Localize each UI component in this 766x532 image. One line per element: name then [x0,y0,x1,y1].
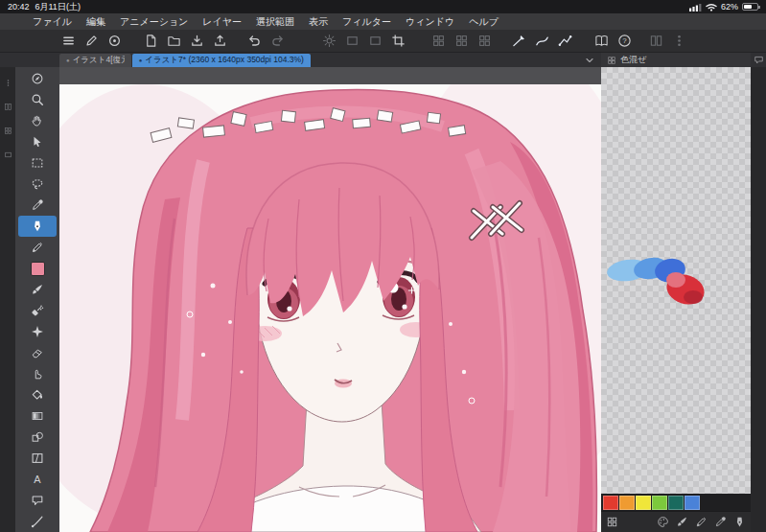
curve-tool-icon[interactable] [535,34,549,48]
gradient-tool[interactable] [18,405,57,427]
figure-icon [31,430,44,444]
menu-animation[interactable]: アニメーション [120,15,188,29]
edge-dots-icon[interactable] [4,79,12,87]
fill-tool[interactable] [18,384,57,405]
swatch-orange[interactable] [619,496,635,510]
swatch-teal[interactable] [668,496,684,510]
menu-icon[interactable] [61,34,76,48]
eyedropper-icon[interactable] [714,516,727,528]
main-area [0,67,766,532]
compass-icon [31,72,44,85]
figure-tool[interactable] [18,427,57,448]
color-mix-canvas[interactable] [601,67,751,494]
menu-help[interactable]: ヘルプ [469,15,499,29]
undo-icon[interactable] [247,34,262,48]
menu-edit[interactable]: 編集 [86,15,105,29]
panel-toolbar [601,511,751,532]
tab-bar: イラスト4[復元] イラスト7* (2360 x 1640px 350dpi 1… [0,53,766,67]
tab-illust7[interactable]: イラスト7* (2360 x 1640px 350dpi 104.3%) [132,54,311,67]
export-icon[interactable] [213,34,227,48]
menu-selection[interactable]: 選択範囲 [256,15,294,29]
crop-icon[interactable] [391,34,406,48]
brush-icon[interactable] [676,516,688,528]
hand-tool[interactable] [18,110,57,131]
color-mix-panel-header[interactable]: 色混ぜ [601,53,751,67]
color-mix-panel [601,67,751,532]
left-edge-bar [0,67,15,532]
grid-icon-2[interactable] [454,34,469,48]
zoom-tool[interactable] [18,89,57,110]
canvas-illustration[interactable] [59,84,601,532]
pencil-icon[interactable] [695,516,708,528]
swatch-blue[interactable] [685,496,700,510]
right-edge-bar [751,67,766,532]
help-icon[interactable] [617,34,632,48]
brightness-icon[interactable] [322,34,337,48]
balloon-tool[interactable] [18,490,57,511]
line-correction-tool[interactable] [18,511,57,532]
edge-rect-icon[interactable] [4,150,12,159]
marquee-tool[interactable] [18,152,57,173]
chat-bubble-icon[interactable] [754,55,764,65]
menu-filter[interactable]: フィルター [342,15,391,29]
edit-pen-icon[interactable] [84,34,99,48]
clock: 20:42 [8,2,30,12]
gradient-icon [31,409,44,423]
bounds-icon[interactable] [345,34,360,48]
swatch-red[interactable] [603,496,618,510]
hand-icon [31,114,44,127]
airbrush-icon [31,304,44,317]
current-color-swatch[interactable] [18,258,57,279]
menu-view[interactable]: 表示 [309,15,328,29]
polyline-tool-icon[interactable] [558,34,572,48]
record-circle-icon[interactable] [107,34,122,48]
pencil-tool[interactable] [18,237,57,258]
status-bar: 20:42 6月11日(土) 62% [0,0,766,13]
reference-book-icon[interactable] [594,34,609,48]
swatch-grid-icon[interactable] [606,516,618,528]
edge-grid-icon[interactable] [4,127,12,135]
panel-columns-icon[interactable] [649,34,663,48]
battery-percent: 62% [721,2,738,12]
edge-columns-icon[interactable] [4,103,12,111]
balloon-icon [31,494,44,507]
brush-tool[interactable] [18,279,57,300]
line-tool-icon[interactable] [512,34,526,48]
palette-icon[interactable] [657,516,669,528]
menu-layer[interactable]: レイヤー [202,15,242,29]
object-tool[interactable] [18,131,57,152]
line-correction-icon [31,515,44,528]
frame-tool[interactable] [18,448,57,469]
airbrush-tool[interactable] [18,300,57,321]
color-swatch [31,262,45,276]
magnifier-icon [31,93,44,106]
decoration-tool[interactable] [18,321,57,342]
redo-icon[interactable] [270,34,285,48]
open-folder-icon[interactable] [167,34,181,48]
color-mix-body [601,67,751,494]
operation-tool[interactable] [18,68,57,89]
grid-icon-1[interactable] [431,34,446,48]
lasso-tool[interactable] [18,173,57,195]
menu-file[interactable]: ファイル [33,15,72,29]
pen-icon[interactable] [733,516,746,528]
chevron-down-icon[interactable] [584,55,595,66]
text-icon [31,473,44,486]
menu-window[interactable]: ウィンドウ [406,15,454,29]
tab-label: イラスト4[復元] [73,55,125,66]
blend-tool[interactable] [18,363,57,384]
import-icon[interactable] [190,34,204,48]
eraser-tool[interactable] [18,342,57,363]
swatch-yellow[interactable] [636,496,651,510]
lasso-icon [31,177,44,191]
tab-illust4[interactable]: イラスト4[復元] [59,54,131,67]
overflow-icon[interactable] [672,34,686,48]
mesh-icon[interactable] [368,34,383,48]
new-file-icon[interactable] [144,34,158,48]
pen-tool[interactable] [18,216,57,237]
text-tool[interactable] [18,469,57,490]
swatch-green[interactable] [652,496,667,510]
panel-tab-icon [607,56,616,65]
grid-icon-3[interactable] [477,34,492,48]
eyedropper-tool[interactable] [18,195,57,216]
